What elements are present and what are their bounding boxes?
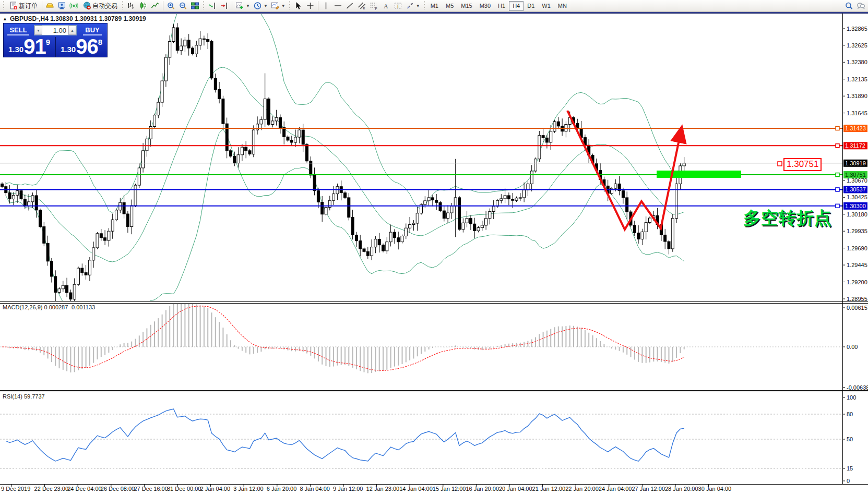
- timeframe-strip: M1M5M15M30H1H4D1W1MN: [427, 1, 570, 11]
- sell-price-prefix: 1.30: [8, 45, 23, 54]
- trend-line-icon: [346, 2, 354, 10]
- window-border-strip: [0, 12, 868, 14]
- chevron-down-icon[interactable]: ▼: [281, 4, 286, 8]
- svg-text:E: E: [363, 7, 365, 10]
- timeframe-m1[interactable]: M1: [427, 1, 442, 11]
- sell-price-display[interactable]: 1.30 91 9: [4, 37, 56, 57]
- tile-windows-button[interactable]: [189, 1, 201, 11]
- chevron-down-icon[interactable]: ▼: [246, 4, 250, 8]
- timeframe-mn[interactable]: MN: [554, 1, 570, 11]
- sell-price-big: 91: [23, 38, 46, 55]
- autotrade-icon: [82, 2, 91, 10]
- chart-title-text: GBPUSD-,H4 1.30830 1.30931 1.30789 1.309…: [10, 15, 146, 22]
- svg-text:1.30180: 1.30180: [847, 211, 867, 218]
- svg-text:31 Dec 00:00: 31 Dec 00:00: [167, 486, 201, 492]
- volume-input[interactable]: [42, 26, 68, 35]
- text-icon: A: [382, 2, 390, 10]
- svg-text:1.31423: 1.31423: [845, 125, 866, 131]
- periods-button[interactable]: ▼: [252, 1, 269, 11]
- timeframe-m15[interactable]: M15: [457, 1, 475, 11]
- autotrade-button[interactable]: 自动交易: [80, 1, 120, 11]
- bar-chart-button[interactable]: [125, 1, 137, 11]
- fibonacci-icon: F: [370, 2, 378, 10]
- cursor-icon: [294, 2, 303, 10]
- volume-increase-button[interactable]: ▲: [68, 26, 76, 35]
- auto-scroll-button[interactable]: [206, 1, 218, 11]
- timeframe-d1[interactable]: D1: [524, 1, 538, 11]
- indicators-button[interactable]: ▼: [234, 1, 252, 11]
- chart-shift-icon: [220, 2, 229, 10]
- timeframe-h4[interactable]: H4: [509, 1, 524, 11]
- search-button[interactable]: [843, 1, 855, 11]
- main-toolbar: 新订单 自动交易 ▼ ▼: [0, 0, 868, 12]
- svg-text:27 Jan 12:00: 27 Jan 12:00: [632, 486, 665, 492]
- svg-text:22 Jan 20:00: 22 Jan 20:00: [565, 486, 599, 492]
- volume-decrease-button[interactable]: ▼: [34, 26, 42, 35]
- chevron-down-icon[interactable]: ▼: [264, 4, 268, 8]
- templates-icon: [271, 2, 280, 10]
- svg-text:1.29445: 1.29445: [847, 262, 867, 268]
- svg-text:1.30300: 1.30300: [845, 203, 866, 209]
- timeframe-m5[interactable]: M5: [442, 1, 457, 11]
- svg-text:1.32865: 1.32865: [847, 26, 867, 32]
- channel-tool-button[interactable]: E: [356, 1, 368, 11]
- macd-indicator-label: MACD(12,26,9) 0.000287 -0.001133: [3, 304, 95, 310]
- search-icon: [845, 2, 853, 10]
- svg-text:0: 0: [847, 478, 850, 484]
- svg-text:9 Jan 12:00: 9 Jan 12:00: [333, 486, 363, 492]
- text-label-tool-button[interactable]: T: [392, 1, 404, 11]
- chart-shift-button[interactable]: [218, 1, 230, 11]
- horizontal-line-tool-button[interactable]: [332, 1, 344, 11]
- line-chart-button[interactable]: [149, 1, 161, 11]
- candle-chart-button[interactable]: [137, 1, 149, 11]
- svg-text:12 Jan 23:00: 12 Jan 23:00: [366, 486, 400, 492]
- svg-text:100: 100: [847, 394, 856, 401]
- remote-terminal-button[interactable]: [56, 1, 68, 11]
- timeframe-m30[interactable]: M30: [476, 1, 494, 11]
- fibonacci-tool-button[interactable]: F: [368, 1, 380, 11]
- price-text-label[interactable]: 1.30751: [783, 158, 822, 171]
- one-click-trade-panel: SELL ▼ ▲ BUY 1.30 91 9 1.30 96 8: [3, 23, 108, 57]
- sell-price-pip: 9: [46, 38, 50, 46]
- arrows-icon: [406, 2, 414, 10]
- new-order-button[interactable]: 新订单: [6, 1, 40, 11]
- svg-text:1.31172: 1.31172: [845, 142, 865, 149]
- news-signal-button[interactable]: [68, 1, 80, 11]
- toolbar-grip[interactable]: [288, 1, 291, 10]
- zoom-in-button[interactable]: [165, 1, 177, 11]
- auto-scroll-icon: [208, 2, 217, 10]
- market-watch-button[interactable]: [44, 1, 56, 11]
- collapse-panel-arrow[interactable]: ▲: [3, 16, 7, 21]
- zoom-out-button[interactable]: [177, 1, 189, 11]
- svg-text:9 Dec 2019: 9 Dec 2019: [1, 486, 30, 492]
- svg-text:1.32135: 1.32135: [847, 76, 867, 82]
- vertical-line-tool-button[interactable]: [320, 1, 332, 11]
- svg-text:16 Jan 20:00: 16 Jan 20:00: [466, 486, 499, 492]
- indicators-icon: [235, 2, 244, 10]
- timeframe-w1[interactable]: W1: [538, 1, 554, 11]
- chevron-down-icon[interactable]: ▼: [416, 4, 420, 8]
- chart-plot-area[interactable]: 1.328651.326251.323801.321351.318901.316…: [0, 0, 868, 495]
- svg-text:1.30751: 1.30751: [845, 172, 866, 178]
- buy-price-display[interactable]: 1.30 96 8: [56, 37, 107, 57]
- svg-text:1.29690: 1.29690: [847, 245, 867, 251]
- toolbar-grip[interactable]: [121, 1, 124, 10]
- cursor-tool-button[interactable]: [292, 1, 304, 11]
- toolbar-grip[interactable]: [202, 1, 205, 10]
- toolbar-grip[interactable]: [423, 1, 426, 10]
- text-tool-button[interactable]: A: [380, 1, 392, 11]
- timeframe-h1[interactable]: H1: [494, 1, 509, 11]
- horizontal-line-icon: [334, 2, 342, 10]
- svg-text:6 Jan 20:00: 6 Jan 20:00: [267, 486, 297, 492]
- toolbar-grip[interactable]: [2, 1, 5, 10]
- turning-point-annotation[interactable]: 多空转折点: [743, 207, 832, 230]
- trendline-tool-button[interactable]: [344, 1, 356, 11]
- signal-icon: [69, 2, 78, 10]
- buy-price-prefix: 1.30: [61, 45, 76, 54]
- arrows-tool-button[interactable]: ▼: [404, 1, 422, 11]
- community-chat-button[interactable]: [855, 1, 867, 11]
- svg-text:3 Jan 12:00: 3 Jan 12:00: [233, 486, 264, 492]
- crosshair-tool-button[interactable]: [304, 1, 316, 11]
- templates-button[interactable]: ▼: [269, 1, 287, 11]
- svg-text:A: A: [384, 3, 388, 10]
